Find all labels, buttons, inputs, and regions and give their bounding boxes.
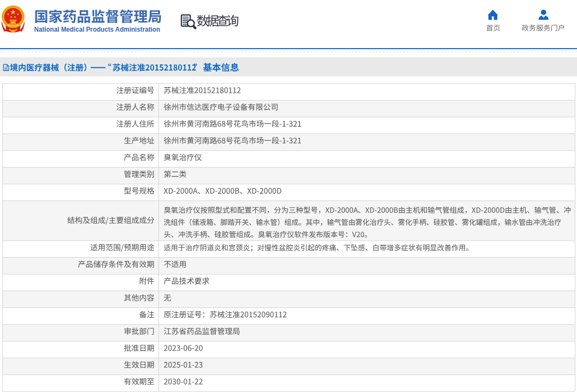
svg-text:National Medical Products Admi: National Medical Products Administration [34, 26, 161, 33]
